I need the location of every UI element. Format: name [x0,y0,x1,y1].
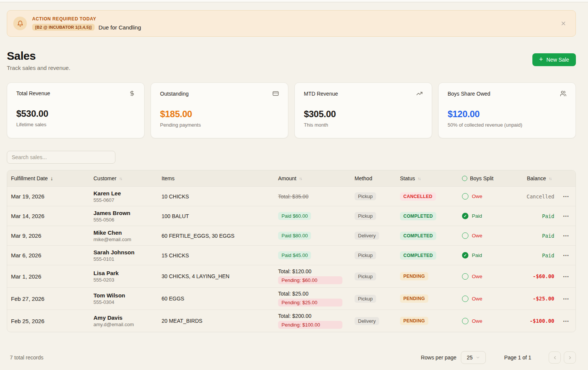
row-menu-button[interactable]: ⋯ [563,212,569,220]
row-menu-button[interactable]: ⋯ [563,317,569,325]
boys-split-icon [462,318,468,324]
customer-contact: amy.d@email.com [93,322,154,327]
next-page-button[interactable] [564,351,576,364]
column-amount[interactable]: Amount ↑↓ [274,175,351,181]
boys-split-icon [462,252,468,259]
fulfillment-date: Feb 27, 2026 [7,293,90,305]
customer-name: Sarah Johnson [93,249,154,255]
rows-per-page-select[interactable]: 25 [461,351,486,364]
items: 60 EGGS [158,293,274,305]
stat-label: MTD Revenue [304,91,338,97]
chevron-left-icon [552,355,557,360]
prev-page-button[interactable] [549,351,561,364]
amount-pending-badge: Pending: $60.00 [278,276,342,284]
balance: -$25.00 [521,293,557,305]
table-row[interactable]: Mar 14, 2026 James Brown 555-0506 100 BA… [7,206,576,226]
customer-name: Lisa Park [93,270,154,276]
boys-split-label: Owe [472,194,482,199]
balance: Paid [521,210,557,222]
search-input[interactable] [7,151,115,164]
amount-paid-badge: Paid $80.00 [278,232,311,240]
method-badge: Delivery [355,317,379,325]
column-status[interactable]: Status ↑↓ [396,175,458,181]
stat-sub: This month [304,122,423,128]
dollar-icon [129,90,135,96]
table-row[interactable]: Feb 25, 2026 Amy Davis amy.d@email.com 2… [7,310,576,332]
banner-message: Due for Candling [98,24,141,31]
sort-icon: ↑↓ [299,176,302,181]
customer-name: Tom Wilson [93,292,154,299]
page-title: Sales [7,50,70,62]
row-menu-button[interactable]: ⋯ [563,295,569,302]
balance: Paid [521,249,557,262]
trending-up-icon [416,90,423,97]
table-row[interactable]: Mar 1, 2026 Lisa Park 555-0203 30 CHICKS… [7,265,576,287]
boys-split-icon [462,273,468,280]
customer-name: Karen Lee [93,190,154,197]
incubator-badge: [B2 @ INCUBATOR 1(3,4,5)] [32,24,95,31]
top-edge [0,0,588,2]
balance: Cancelled [521,190,557,203]
table-row[interactable]: Feb 27, 2026 Tom Wilson 555-0304 60 EGGS… [7,287,576,310]
amount-cancelled: Total: $35.00 [278,194,308,200]
stat-card-mtd-revenue: MTD Revenue $305.00 This month [294,82,432,138]
boys-split-label: Paid [472,213,482,219]
balance: Paid [521,230,557,242]
method-badge: Delivery [355,232,379,240]
sort-icon: ↑↓ [119,176,122,181]
method-badge: Pickup [355,251,376,259]
boys-split-icon [462,296,468,302]
method-badge: Pickup [355,295,376,303]
table-row[interactable]: Mar 9, 2026 Mike Chen mike@email.com 60 … [7,226,576,245]
column-customer[interactable]: Customer ↑↓ [90,175,158,181]
method-badge: Pickup [355,272,376,280]
table-row[interactable]: Mar 6, 2026 Sarah Johnson 555-0101 15 CH… [7,245,576,265]
items: 15 CHICKS [158,249,274,262]
sort-icon: ↑↓ [418,176,420,181]
customer-contact: 555-0101 [93,256,154,262]
table-row[interactable]: Mar 19, 2026 Karen Lee 555-0607 10 CHICK… [7,186,576,206]
row-menu-button[interactable]: ⋯ [563,193,569,200]
stat-value: $305.00 [304,109,423,119]
amount-paid-badge: Paid $60.00 [278,212,311,220]
page-indicator: Page 1 of 1 [504,355,531,361]
stat-value: $185.00 [160,109,279,119]
status-badge: PENDING [400,294,428,303]
plus-icon: + [539,56,543,63]
balance: -$60.00 [521,270,557,282]
status-badge: COMPLETED [400,212,436,220]
boys-split-label: Paid [472,252,482,258]
customer-name: Amy Davis [93,314,154,321]
amount-pending-badge: Pending: $25.00 [278,299,342,307]
users-icon [560,90,566,97]
customer-name: Mike Chen [93,229,154,236]
status-badge: PENDING [400,317,428,325]
column-balance[interactable]: Balance ↑↓ [521,175,557,181]
status-badge: CANCELLED [400,192,436,201]
stat-label: Outstanding [160,91,189,97]
amount-total: Total: $25.00 [278,291,347,297]
items: 30 CHICKS, 4 LAYING_HEN [158,270,274,282]
fulfillment-date: Mar 6, 2026 [7,249,90,262]
amount-pending-badge: Pending: $100.00 [278,321,342,329]
customer-contact: mike@email.com [93,237,154,242]
row-menu-button[interactable]: ⋯ [563,232,569,239]
chevron-right-icon [568,355,572,360]
stat-cards: Total Revenue $530.00 Lifetime sales Out… [7,82,576,138]
close-icon[interactable] [560,20,566,26]
new-sale-button[interactable]: + New Sale [532,53,576,66]
stat-sub: Pending payments [160,122,279,128]
boys-split-label: Owe [472,296,482,302]
table-footer: 7 total records Rows per page 25 Page 1 … [7,351,576,364]
row-menu-button[interactable]: ⋯ [563,252,569,259]
column-method: Method [351,175,396,181]
table-body: Mar 19, 2026 Karen Lee 555-0607 10 CHICK… [7,186,576,332]
status-badge: COMPLETED [400,251,436,260]
column-fulfillment-date[interactable]: Fulfillment Date ↓ [7,175,90,181]
row-menu-button[interactable]: ⋯ [563,273,569,280]
sales-page: ACTION REQUIRED TODAY [B2 @ INCUBATOR 1(… [0,10,588,364]
items: 20 MEAT_BIRDS [158,315,274,327]
column-boys-split: Boys Split [458,175,521,181]
customer-contact: 555-0203 [93,277,154,283]
customer-name: James Brown [93,210,154,216]
